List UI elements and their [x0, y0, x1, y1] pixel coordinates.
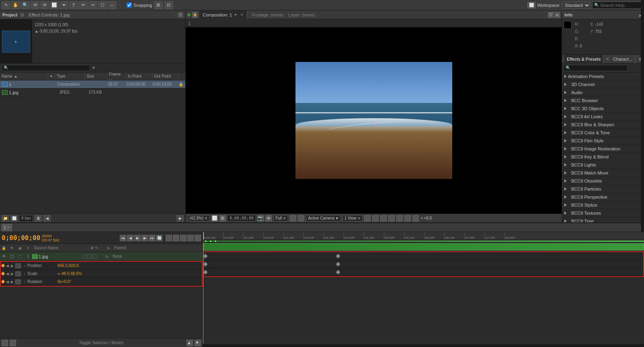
effects-category-bcc9-art-looks[interactable]: BCC9 Art Looks [562, 113, 644, 121]
tl-bottom-btn-2[interactable] [10, 340, 16, 346]
end-btn[interactable]: ⏭ [149, 235, 155, 241]
effects-category-bcc-3d-objects[interactable]: BCC 3D Objects [562, 105, 644, 113]
pixel-aspect-btn[interactable]: ⊞ [219, 215, 226, 222]
kf-pos-start[interactable] [203, 254, 207, 258]
effects-category-bcc9-textures[interactable]: BCC9 Textures [562, 209, 644, 217]
project-search-options[interactable]: ▼ [92, 66, 96, 70]
solo-btn[interactable] [10, 255, 14, 258]
view-btn-7[interactable] [412, 215, 419, 222]
project-search-input[interactable] [8, 65, 81, 71]
quality-select[interactable]: Full ▼ [273, 215, 288, 222]
effects-category-bcc9-image[interactable]: BCC9 Image Restoration [562, 145, 644, 153]
hand-tool[interactable]: ✋ [11, 1, 20, 9]
tl-btn-3[interactable] [180, 235, 187, 241]
grid-btn[interactable] [298, 215, 304, 222]
panel-minimize[interactable]: ▽ [548, 12, 554, 18]
prev-frame-btn[interactable]: ◀ [127, 235, 133, 241]
redo-btn[interactable]: ⟳ [40, 1, 49, 9]
delete-btn[interactable]: 🗑 [35, 215, 42, 222]
timeline-tab[interactable]: 1 ✕ [2, 224, 12, 231]
file-item-jpeg[interactable]: 1.jpg JPEG 173 KB [0, 88, 185, 97]
zoom-control[interactable]: (42.9%) ▼ [187, 215, 210, 222]
begin-btn[interactable]: ⏮ [120, 235, 126, 241]
snapping-btn-1[interactable]: ⊞ [154, 1, 163, 9]
tl-btn-1[interactable] [166, 235, 172, 241]
fit-btn[interactable]: ⬜ [211, 215, 218, 222]
view-btn-5[interactable] [396, 215, 403, 222]
prop-expand-rot[interactable]: ◀ [5, 280, 10, 284]
effects-category-bcc9-blur[interactable]: BCC9 Blur & Sharpen [562, 121, 644, 129]
effects-category-bcc9-particles[interactable]: BCC9 Particles [562, 185, 644, 193]
effects-search-input[interactable] [570, 65, 623, 71]
effects-category-bcc9-time[interactable]: BCC9 Time [562, 217, 644, 222]
panel-menu[interactable]: ≡ [554, 12, 560, 18]
effects-category-bcc9-match[interactable]: BCC9 Match Move [562, 169, 644, 177]
file-item-composition[interactable]: 1 Composition 29.97 0;00;00;00 0;00;10;0… [0, 80, 185, 88]
effects-category-animation-presets[interactable]: Animation Presets [562, 72, 644, 80]
kf-scale-start[interactable] [203, 262, 207, 266]
switch-3[interactable] [92, 255, 96, 259]
snapshot-btn[interactable]: 📷 [257, 215, 264, 222]
active-camera-btn[interactable]: Active Camera ▼ [306, 215, 341, 222]
enable-btn[interactable] [18, 255, 22, 258]
view-btn-2[interactable] [372, 215, 379, 222]
workspace-select[interactable]: Standard [562, 2, 591, 9]
view-btn-4[interactable] [388, 215, 395, 222]
effects-category-bcc-browser[interactable]: BCC Browser [562, 97, 644, 105]
effects-category-bcc9-stylize[interactable]: BCC9 Stylize [562, 201, 644, 209]
tl-bottom-btn-3[interactable]: ▲ [187, 340, 193, 346]
select-tool[interactable]: ↖ [2, 1, 10, 9]
effects-presets-tab[interactable]: Effects & Presets [564, 55, 603, 64]
new-comp-btn[interactable]: ⬜ [10, 215, 18, 222]
switch-2[interactable] [88, 255, 92, 259]
prop-expand-rot-2[interactable]: ▶ [10, 280, 14, 284]
loop-btn[interactable]: 🔄 [156, 235, 162, 241]
prop-value-position[interactable]: 666.5,500.0 [57, 263, 79, 268]
snapping-btn-2[interactable]: ⊡ [164, 1, 173, 9]
effects-category-bcc9-lights[interactable]: BCC9 Lights [562, 161, 644, 169]
undo-btn[interactable]: ⟲ [31, 1, 39, 9]
project-minimize-btn[interactable] [21, 13, 24, 16]
tl-btn-2[interactable] [173, 235, 179, 241]
effects-category-3d-channel[interactable]: 3D Channel [562, 80, 644, 88]
effects-category-bcc9-film[interactable]: BCC9 Film Style [562, 137, 644, 145]
text-tool[interactable]: T [69, 1, 78, 9]
switch-1[interactable] [83, 255, 87, 259]
prop-expand-pos-2[interactable]: ▶ [10, 264, 14, 268]
view-btn-6[interactable] [404, 215, 411, 222]
view-btn-3[interactable] [380, 215, 387, 222]
view-layout-btn[interactable]: 1 View ▼ [343, 215, 363, 222]
clone-tool[interactable]: ✂ [88, 1, 97, 9]
kf-rot-end[interactable] [336, 270, 340, 274]
project-panel-close[interactable]: ≡ [178, 12, 183, 17]
effects-category-bcc9-key[interactable]: BCC9 Key & Blend [562, 153, 644, 161]
toggle-switches-label[interactable]: Toggle Switches / Modes [18, 341, 185, 345]
shape-tool[interactable]: ⬜ [50, 1, 59, 9]
prop-value-scale[interactable]: ∞ 48.0,48.0% [57, 271, 82, 276]
play-btn[interactable]: ▶ [134, 235, 141, 241]
prop-value-rotation[interactable]: 0x+0.0° [57, 279, 71, 284]
kf-diamond-pos-1[interactable] [1, 264, 5, 268]
timeline-tab-close[interactable]: ✕ [7, 226, 10, 230]
prop-expand-scale-2[interactable]: ▶ [10, 272, 14, 276]
kf-pos-end[interactable] [336, 254, 340, 258]
tl-bottom-btn-4[interactable]: ▼ [195, 340, 201, 346]
tl-btn-4[interactable] [187, 235, 194, 241]
show-snapshot-btn[interactable]: 👁 [265, 215, 272, 222]
kf-rot-start[interactable] [203, 270, 207, 274]
timeline-h-scrollbar[interactable] [203, 344, 644, 347]
effects-category-audio[interactable]: Audio [562, 88, 644, 97]
kf-diamond-rot-1[interactable] [1, 280, 5, 284]
pen-tool[interactable]: ✒ [59, 1, 68, 9]
main-timecode[interactable]: 0;00;00;00 [2, 234, 40, 242]
layer-row-1[interactable]: 👁 1 1.jpg [0, 252, 203, 261]
next-frame-btn[interactable]: ▶ [142, 235, 148, 241]
brush-tool[interactable]: ✏ [79, 1, 88, 9]
prop-expand-pos[interactable]: ◀ [5, 264, 10, 268]
zoom-tool[interactable]: 🔍 [21, 1, 30, 9]
viewer-lock-btn[interactable] [187, 13, 191, 16]
comp-tab-close[interactable]: ✕ [240, 13, 244, 17]
character-tab[interactable]: Charact... [611, 55, 635, 64]
prev-btn[interactable]: ◀ [43, 215, 51, 222]
snapping-checkbox[interactable] [127, 2, 132, 8]
